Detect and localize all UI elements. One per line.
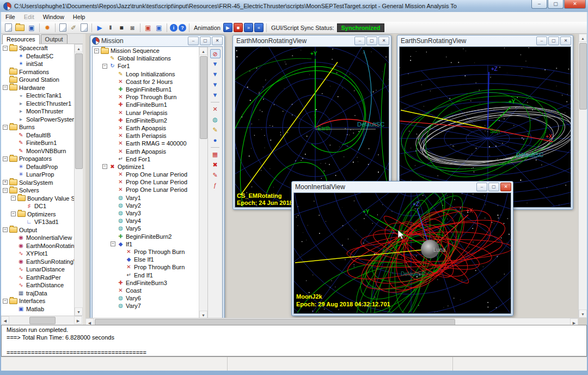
maximize-button[interactable]: ▢ bbox=[366, 37, 377, 45]
tree-item[interactable]: −✕Earth Periapsis bbox=[93, 132, 199, 140]
mission-window-titlebar[interactable]: Mission – ▢ ✕ bbox=[90, 35, 224, 46]
tree-item[interactable]: −Spacecraft bbox=[1, 44, 74, 52]
tree-item[interactable]: −✕Lunar Periapsis bbox=[93, 109, 199, 117]
run-button[interactable]: ▶ bbox=[95, 23, 105, 33]
close-button[interactable]: ✕ bbox=[500, 183, 511, 191]
tree-item[interactable]: −✚EndFiniteBurn3 bbox=[93, 279, 199, 287]
tree-item[interactable]: −↵End If1 bbox=[93, 271, 199, 279]
tree-item[interactable]: −✎Global Initializations bbox=[93, 55, 199, 62]
tree-item[interactable]: −Interfaces bbox=[1, 297, 74, 305]
filter-physics-button[interactable]: ▼ bbox=[210, 59, 220, 69]
tree-item[interactable]: −✎FiniteBurn1 bbox=[1, 139, 74, 147]
message-window[interactable]: Mission run completed.===> Total Run Tim… bbox=[1, 325, 587, 356]
scroll-thumb[interactable] bbox=[579, 43, 587, 110]
tree-item[interactable]: −✕Earth Apoapsis bbox=[93, 147, 199, 155]
tree-item[interactable]: −✕Prop Through Burn bbox=[93, 263, 199, 271]
tree-item[interactable]: −✎Loop Initializations bbox=[93, 70, 199, 78]
maximize-button[interactable]: ▢ bbox=[200, 37, 211, 45]
tree-item[interactable]: −✎MoonVNBBurn bbox=[1, 147, 74, 155]
scroll-left-arrow[interactable]: ◀ bbox=[1, 316, 9, 324]
tree-item[interactable]: −◍Vary3 bbox=[93, 209, 199, 217]
minimize-button[interactable]: – bbox=[354, 37, 365, 45]
tree-item[interactable]: −Burns bbox=[1, 123, 74, 131]
tree-item[interactable]: −Ground Station bbox=[1, 76, 74, 84]
pause-button[interactable]: Ⅱ bbox=[106, 23, 115, 33]
tree-item[interactable]: −✕Prop One Lunar Period bbox=[93, 178, 199, 186]
append-propagate-button[interactable]: ✕ bbox=[210, 105, 220, 114]
scroll-up-arrow[interactable]: ▲ bbox=[199, 47, 207, 55]
expand-toggle[interactable]: − bbox=[3, 46, 8, 51]
append-report-button[interactable]: ▦ bbox=[210, 150, 220, 159]
minimize-button[interactable]: – bbox=[536, 37, 547, 45]
tree-item[interactable]: −Output bbox=[1, 226, 74, 234]
show-script-button[interactable] bbox=[59, 23, 66, 32]
tree-item[interactable]: −✕Coast bbox=[93, 287, 199, 294]
tree-item[interactable]: +SolarSystem bbox=[1, 179, 74, 187]
expand-toggle[interactable]: − bbox=[11, 196, 16, 201]
build-and-run-button[interactable] bbox=[81, 23, 88, 32]
scroll-down-arrow[interactable]: ▼ bbox=[75, 307, 83, 316]
expand-toggle[interactable]: − bbox=[3, 85, 8, 90]
tree-item[interactable]: −Formations bbox=[1, 68, 74, 76]
stop-button[interactable]: ■ bbox=[117, 23, 126, 33]
tree-item[interactable]: −Boundary Value Sc bbox=[1, 195, 74, 203]
open-script-button[interactable] bbox=[15, 25, 24, 31]
expand-toggle[interactable]: − bbox=[94, 49, 99, 53]
tree-item[interactable]: −◒ElectricTank1 bbox=[1, 92, 74, 100]
tree-item[interactable]: −✚BeginFiniteBurn1 bbox=[93, 86, 199, 93]
tree-item[interactable]: −✳DefaultProp bbox=[1, 163, 74, 171]
tree-item[interactable]: −∿XYPlot1 bbox=[1, 250, 74, 258]
expand-toggle[interactable]: − bbox=[3, 188, 8, 193]
tree-item[interactable]: −Optimizers bbox=[1, 210, 74, 219]
close-button[interactable]: ✕ bbox=[560, 37, 571, 45]
tree-item[interactable]: −✕Earth RMAG = 400000 bbox=[93, 140, 199, 147]
resources-vscrollbar[interactable]: ▲ ▼ bbox=[74, 44, 83, 316]
mdi-hscrollbar[interactable]: ◀ ▶ bbox=[85, 318, 578, 325]
view-window-titlebar[interactable]: EarthMoonRotatingView – ▢ ✕ bbox=[233, 35, 391, 46]
call-function-button[interactable]: ƒ bbox=[210, 181, 220, 190]
filter-control-flow-button[interactable]: ▼ bbox=[210, 80, 220, 89]
new-mission-window-button[interactable]: ▣ bbox=[143, 23, 153, 33]
maximize-button[interactable]: ▢ bbox=[548, 37, 559, 45]
tree-item[interactable]: −✚EndFiniteBurn2 bbox=[93, 117, 199, 124]
anim-faster-button[interactable]: » bbox=[244, 23, 253, 32]
tree-item[interactable]: −✶DefaultSC bbox=[1, 52, 74, 61]
maximize-button[interactable]: ▢ bbox=[488, 183, 499, 191]
scroll-up-arrow[interactable]: ▲ bbox=[579, 34, 587, 42]
close-button[interactable]: ✕ bbox=[564, 0, 586, 9]
close-button[interactable]: ✕ bbox=[378, 37, 389, 45]
view-window-titlebar[interactable]: MoonInertialView – ▢ ✕ bbox=[292, 182, 513, 192]
tab-output[interactable]: Output bbox=[41, 34, 68, 44]
minimize-button[interactable]: – bbox=[476, 183, 487, 191]
resources-hscrollbar[interactable]: ◀ ▶ bbox=[1, 316, 82, 324]
3d-view-canvas[interactable]: Luna +Y +Z +X DefaultSC MoonJ2k Epoch: 2… bbox=[293, 192, 511, 314]
tree-item[interactable]: −✚EndFiniteBurn1 bbox=[93, 101, 199, 108]
tree-item[interactable]: −Mission Sequence bbox=[93, 47, 199, 55]
window-titlebar[interactable]: C:\Users\sphughe1\Documents\Repos\Jazz\t… bbox=[0, 0, 588, 12]
expand-toggle[interactable]: − bbox=[3, 156, 8, 161]
anim-play-button[interactable]: ▶ bbox=[223, 23, 232, 32]
tree-item[interactable]: −✎DefaultIB bbox=[1, 131, 74, 140]
minimize-button[interactable]: – bbox=[188, 37, 199, 45]
tree-item[interactable]: −✕Prop Through Burn bbox=[93, 248, 199, 256]
tree-item[interactable]: −◉MoonInertialView bbox=[1, 234, 74, 242]
append-vary-button[interactable]: ◍ bbox=[210, 115, 220, 124]
tree-item[interactable]: −◉EarthMoonRotatin bbox=[1, 242, 74, 250]
tree-item[interactable]: −◍Vary1 bbox=[93, 194, 199, 202]
new-script-button[interactable] bbox=[5, 23, 12, 32]
scroll-right-arrow[interactable]: ▶ bbox=[74, 316, 82, 324]
tree-item[interactable]: −◍Vary7 bbox=[93, 302, 199, 310]
expand-toggle[interactable]: − bbox=[3, 227, 8, 232]
scroll-thumb[interactable] bbox=[29, 317, 56, 324]
tree-item[interactable]: −↵End For1 bbox=[93, 155, 199, 163]
tree-item[interactable]: −✕Earth Apoapsis bbox=[93, 124, 199, 132]
scroll-thumb[interactable] bbox=[200, 56, 207, 139]
scroll-up-arrow[interactable]: ▲ bbox=[75, 44, 83, 52]
menu-window[interactable]: Window bbox=[39, 14, 69, 20]
tree-item[interactable]: −Propagators bbox=[1, 155, 74, 163]
expand-toggle[interactable]: − bbox=[111, 241, 115, 246]
tree-item[interactable]: −∿EarthDistance bbox=[1, 281, 74, 289]
tree-item[interactable]: −▸MoonThruster bbox=[1, 107, 74, 116]
tree-item[interactable]: −✳LunarProp bbox=[1, 171, 74, 179]
info-button[interactable]: i bbox=[170, 24, 177, 32]
